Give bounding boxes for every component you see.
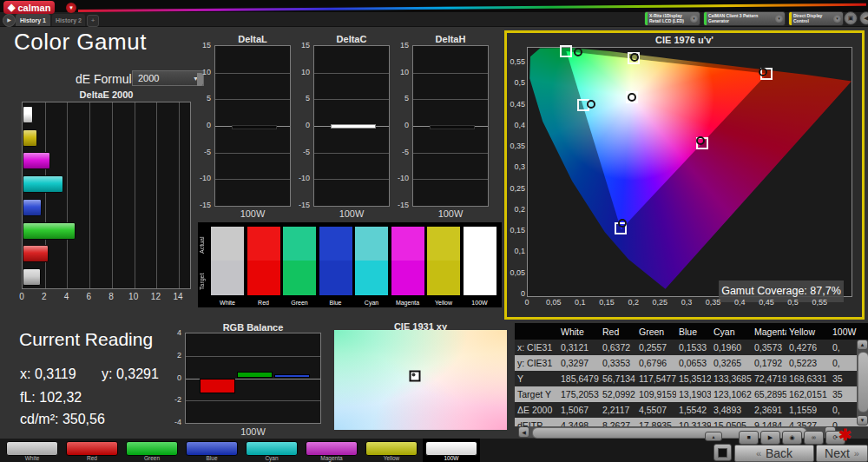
table-row-4[interactable]: Target Y175,205352,0992109,915913,190312… bbox=[515, 386, 868, 402]
table-cell: 162,0151 bbox=[786, 389, 830, 399]
de-formula-select[interactable]: 2000 ▼ bbox=[132, 70, 204, 86]
deltae-bar-magenta bbox=[23, 152, 50, 169]
logo-diamond-icon: ◈ bbox=[8, 2, 15, 13]
pattern-label: 100W bbox=[423, 455, 480, 461]
table-cell: 13,1903 bbox=[676, 389, 711, 399]
meter-up-button[interactable]: ▲ bbox=[705, 432, 722, 441]
de-formula-value: 2000 bbox=[133, 73, 193, 83]
new-tab-button[interactable]: + bbox=[87, 15, 99, 27]
delta-y-tick: -10 bbox=[195, 174, 211, 182]
loop-button[interactable]: ∞ bbox=[804, 431, 824, 445]
target-marker-green bbox=[560, 45, 572, 57]
chevron-down-icon: ▾ bbox=[833, 15, 841, 23]
swatch-label: Green bbox=[283, 300, 316, 306]
back-button[interactable]: « Back bbox=[734, 445, 814, 462]
reading-y: y: 0,3291 bbox=[102, 366, 159, 382]
pattern-label: Cyan bbox=[243, 455, 300, 461]
pattern-swatch bbox=[306, 441, 358, 456]
table-header-row: WhiteRedGreenBlueCyanMagentaYellow100W bbox=[515, 323, 868, 340]
table-cell: 0,5223 bbox=[786, 358, 830, 368]
calman-app-window: ◈ calman ▾ ▶ + Color Gamut dE Formula: 2… bbox=[0, 0, 868, 462]
deltae-x-tick: 14 bbox=[169, 292, 187, 301]
target-row-label: Target bbox=[199, 264, 209, 299]
rgb-y-tick: -2 bbox=[167, 395, 181, 404]
device-button-1[interactable]: CalMAN Client 3 Pattern Generator▾ bbox=[703, 11, 786, 26]
gamut-coverage-value: 87,7% bbox=[810, 285, 840, 297]
table-cell: 2,3691 bbox=[752, 405, 786, 415]
stop-button[interactable]: ■ bbox=[739, 431, 759, 445]
deltae-gridline bbox=[112, 102, 113, 288]
pattern-button-yellow[interactable]: Yellow bbox=[363, 439, 420, 462]
swatch-actual bbox=[283, 227, 316, 261]
rgb-bar-blue bbox=[274, 374, 310, 378]
table-row-6[interactable]: dEITP4,34988,262717,893510,313915,05059,… bbox=[515, 418, 868, 426]
deltae-x-tick: 12 bbox=[147, 292, 164, 301]
collapse-button[interactable]: ◀ bbox=[859, 11, 868, 25]
delta-y-tick: 10 bbox=[195, 68, 211, 76]
cie-y-tick: 0,45 bbox=[507, 100, 525, 109]
table-header-cell: White bbox=[558, 327, 600, 337]
play-button[interactable]: ▶ bbox=[760, 431, 780, 445]
scroll-up-icon[interactable]: ▲ bbox=[857, 340, 868, 350]
scroll-down-icon[interactable]: ▼ bbox=[857, 415, 868, 426]
pattern-button-white[interactable]: White bbox=[3, 439, 61, 462]
tab-history-1[interactable]: History 1 bbox=[16, 14, 50, 26]
table-cell: 0,2557 bbox=[636, 342, 676, 353]
device-button-2[interactable]: Direct Display Control▾ bbox=[788, 11, 844, 26]
chevron-left-icon: « bbox=[756, 448, 761, 459]
delta-chart-title-deltah: DeltaH bbox=[412, 34, 489, 44]
tab-history-2[interactable]: History 2 bbox=[52, 14, 85, 26]
delta-y-tick: 10 bbox=[393, 68, 409, 76]
pattern-button-cyan[interactable]: Cyan bbox=[243, 439, 300, 462]
pattern-button-red[interactable]: Red bbox=[63, 439, 121, 462]
workspace-button[interactable]: ▣ bbox=[844, 11, 858, 25]
swatch-target bbox=[211, 261, 244, 295]
pattern-button-blue[interactable]: Blue bbox=[183, 439, 240, 462]
table-row-1[interactable]: x: CIE310,31210,63720,25570,15330,19600,… bbox=[515, 340, 868, 355]
actual-marker-blue bbox=[618, 219, 627, 228]
table-cell: 175,2053 bbox=[558, 389, 600, 399]
table-row-2[interactable]: y: CIE310,32970,33530,67960,06530,32650,… bbox=[515, 355, 868, 371]
delta-gridline bbox=[314, 73, 389, 74]
table-cell: 15,3512 bbox=[676, 373, 711, 384]
next-button[interactable]: Next » bbox=[816, 445, 868, 462]
table-header-cell: 100W bbox=[830, 327, 868, 337]
tab-scroll-button[interactable]: ▶ bbox=[3, 14, 16, 27]
pattern-button-magenta[interactable]: Magenta bbox=[303, 439, 360, 462]
deltae-gridline bbox=[179, 102, 180, 288]
reading-y-value: 0,3291 bbox=[116, 366, 159, 381]
pattern-button-100w[interactable]: 100W bbox=[423, 439, 480, 462]
deltae-gridline bbox=[156, 102, 157, 288]
rgb-y-tick: 2 bbox=[167, 351, 181, 360]
device-button-0[interactable]: X-Rite i1Display Retail LCD (LED)▾ bbox=[644, 11, 700, 26]
table-cell: 0,4276 bbox=[786, 342, 830, 353]
table-cell: 8,2627 bbox=[600, 420, 636, 426]
table-cell: 117,5477 bbox=[636, 373, 676, 384]
pattern-button-green[interactable]: Green bbox=[123, 439, 181, 462]
table-cell: 0,1792 bbox=[752, 358, 786, 368]
stop-measure-button[interactable] bbox=[713, 444, 732, 461]
cie-x-tick: 0,05 bbox=[543, 298, 564, 307]
delta-y-tick: 15 bbox=[393, 41, 409, 50]
chevron-down-icon: ▾ bbox=[69, 4, 73, 10]
table-row-5[interactable]: ΔE 20001,50672,21174,55071,55423,48932,3… bbox=[515, 402, 868, 418]
actual-row-label: Actual bbox=[199, 228, 209, 262]
deltae-x-tick: 4 bbox=[57, 292, 75, 301]
pattern-swatch bbox=[365, 441, 418, 456]
table-header-cell: Red bbox=[600, 327, 636, 337]
vscroll-thumb[interactable] bbox=[858, 352, 868, 412]
delta-bar bbox=[331, 124, 375, 129]
swatch-actual bbox=[391, 227, 424, 261]
table-cell: 56,7134 bbox=[600, 373, 636, 384]
logo-menu-button[interactable]: ▾ bbox=[66, 3, 76, 13]
session-dirty-icon: ✱ bbox=[838, 426, 852, 445]
scroll-left-icon[interactable]: ◀ bbox=[518, 426, 529, 438]
cie-y-tick: 0,55 bbox=[507, 57, 525, 66]
table-vscrollbar[interactable]: ▲ ▼ bbox=[857, 340, 868, 426]
pattern-label: Blue bbox=[183, 455, 240, 461]
deltae-bar-yellow bbox=[23, 129, 37, 147]
record-button[interactable]: ◉ bbox=[782, 431, 802, 445]
delta-x-label: 100W bbox=[313, 208, 390, 219]
table-row-3[interactable]: Y185,647956,7134117,547715,3512133,36857… bbox=[515, 371, 868, 386]
reading-x: x: 0,3119 bbox=[20, 366, 76, 382]
